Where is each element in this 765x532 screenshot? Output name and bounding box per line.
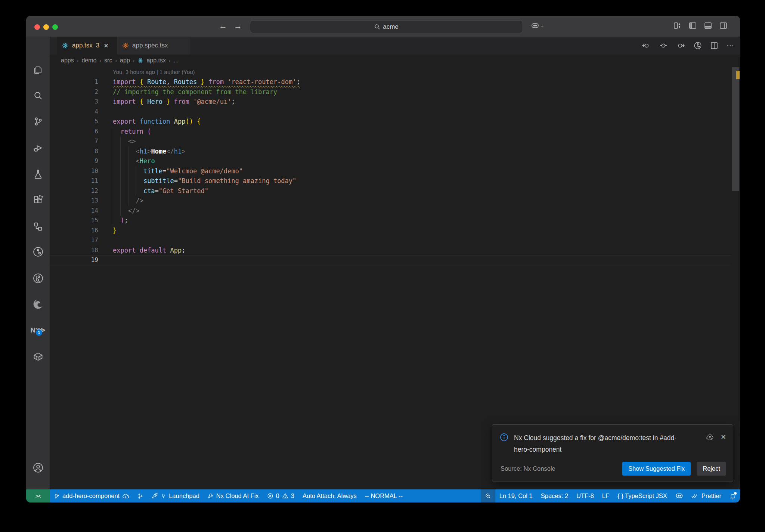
- prettier-item[interactable]: Prettier: [687, 489, 725, 502]
- code-line[interactable]: 2// importing the component from the lib…: [50, 87, 731, 97]
- search-icon[interactable]: [26, 88, 50, 103]
- forward-arrow-icon[interactable]: →: [234, 21, 242, 31]
- containers-icon[interactable]: [26, 349, 50, 364]
- run-debug-icon[interactable]: [26, 140, 50, 155]
- gitlens-forward-icon[interactable]: [676, 43, 685, 49]
- zoom-window-button[interactable]: [52, 24, 58, 30]
- code-line[interactable]: 9 <Hero: [50, 156, 731, 166]
- reject-button[interactable]: Reject: [697, 462, 726, 476]
- toggle-primary-sidebar-icon[interactable]: [689, 22, 696, 29]
- nx-console-icon[interactable]: N⋙ 1: [26, 322, 50, 337]
- eol-item[interactable]: LF: [598, 489, 613, 502]
- code-line[interactable]: 12 cta="Get Started": [50, 186, 731, 196]
- indent-guide: [128, 166, 128, 176]
- tab-app-spec-tsx[interactable]: app.spec.tsx: [117, 37, 190, 55]
- vim-mode-indicator[interactable]: -- NORMAL --: [361, 489, 407, 502]
- code-line[interactable]: 8 <h1>Home</h1>: [50, 146, 731, 157]
- language-mode-item[interactable]: { } TypeScript JSX: [613, 489, 671, 502]
- wrench-icon: [208, 493, 214, 499]
- copilot-status-item[interactable]: [671, 489, 687, 502]
- indent-guide: [120, 166, 121, 176]
- remote-indicator[interactable]: ><: [26, 489, 50, 502]
- scrollbar-thumb[interactable]: [732, 67, 739, 191]
- cursor-position-item[interactable]: Ln 19, Col 1: [495, 489, 537, 502]
- code-line[interactable]: 6 return (: [50, 127, 731, 137]
- indent-guide: [128, 186, 128, 196]
- copilot-menu[interactable]: ⌄: [531, 22, 544, 29]
- launchpad-item[interactable]: Launchpad: [148, 489, 204, 502]
- customize-layout-icon[interactable]: [674, 22, 681, 29]
- close-window-button[interactable]: [34, 24, 40, 30]
- tab-app-tsx[interactable]: app.tsx 3 ✕: [57, 37, 117, 55]
- split-editor-icon[interactable]: [711, 42, 718, 49]
- code-line[interactable]: 1import { Route, Routes } from 'react-ro…: [50, 77, 731, 87]
- command-center-search[interactable]: acme: [250, 20, 523, 33]
- code-line[interactable]: 19: [50, 255, 731, 265]
- code-line[interactable]: 7 <>: [50, 136, 731, 146]
- notification-dot: [734, 492, 737, 495]
- gitlens-graph-icon[interactable]: [694, 41, 702, 50]
- zoom-status-item[interactable]: [481, 489, 495, 502]
- code-line[interactable]: 15 );: [50, 216, 731, 226]
- code-line[interactable]: 10 title="Welcmoe @acme/demo": [50, 166, 731, 176]
- problems-item[interactable]: 0 3: [263, 489, 298, 502]
- react-icon: [62, 42, 69, 49]
- edge-icon[interactable]: [26, 297, 50, 312]
- code-line[interactable]: 4: [50, 107, 731, 117]
- indent-guide: [128, 146, 128, 157]
- encoding-item[interactable]: UTF-8: [572, 489, 598, 502]
- branch-status-item[interactable]: add-hero-component: [50, 489, 133, 502]
- gitlens-back-icon[interactable]: [642, 43, 650, 49]
- editor-toolbar: ⋯: [642, 37, 735, 55]
- code-line[interactable]: 5export function App() {: [50, 117, 731, 127]
- account-icon[interactable]: [26, 460, 50, 475]
- gitlens-current-icon[interactable]: [659, 43, 668, 49]
- minimize-window-button[interactable]: [43, 24, 49, 30]
- code-line[interactable]: 18export default App;: [50, 245, 731, 256]
- source-control-icon[interactable]: [26, 114, 50, 129]
- toggle-panel-icon[interactable]: [704, 22, 712, 29]
- code-line[interactable]: 13 />: [50, 196, 731, 206]
- line-number: 6: [50, 127, 98, 137]
- more-actions-icon[interactable]: ⋯: [727, 41, 735, 50]
- code-line[interactable]: 16}: [50, 226, 731, 236]
- indentation-item[interactable]: Spaces: 2: [537, 489, 572, 502]
- code-line[interactable]: 11 subtitle="Build something amazing tod…: [50, 176, 731, 186]
- git-blame-annotation[interactable]: You, 3 hours ago | 1 author (You): [113, 69, 195, 75]
- tab-strip: app.tsx 3 ✕ app.spec.tsx: [50, 37, 740, 55]
- extensions-icon[interactable]: [26, 193, 50, 208]
- auto-attach-item[interactable]: Auto Attach: Always: [298, 489, 361, 502]
- code-line[interactable]: 3import { Hero } from '@acme/ui';: [50, 97, 731, 107]
- close-icon[interactable]: ✕: [721, 433, 726, 441]
- vscode-window: ← → acme ⌄: [26, 16, 740, 502]
- testing-icon[interactable]: [26, 167, 50, 182]
- close-icon[interactable]: ✕: [103, 42, 108, 49]
- files-icon[interactable]: [26, 62, 50, 77]
- line-number: 14: [50, 206, 98, 216]
- gitlens-icon[interactable]: [26, 244, 50, 259]
- indent-guide: [113, 146, 113, 157]
- breadcrumb-item[interactable]: apps: [61, 57, 74, 64]
- gear-icon[interactable]: [706, 433, 714, 441]
- toggle-secondary-sidebar-icon[interactable]: [720, 22, 727, 29]
- back-arrow-icon[interactable]: ←: [219, 21, 227, 31]
- code-line[interactable]: 17: [50, 235, 731, 245]
- notification-toast: Nx Cloud suggested a fix for @acme/demo:…: [492, 424, 733, 482]
- chevron-right-icon: ›: [77, 58, 79, 64]
- breadcrumb-item[interactable]: app: [120, 57, 130, 64]
- line-number: 3: [50, 97, 98, 107]
- breadcrumb-item[interactable]: src: [104, 57, 112, 64]
- react-test-icon: [122, 42, 129, 49]
- show-suggested-fix-button[interactable]: Show Suggested Fix: [622, 462, 691, 476]
- code-line[interactable]: 14 </>: [50, 206, 731, 216]
- breadcrumb-item[interactable]: demo: [81, 57, 96, 64]
- breadcrumb-item[interactable]: app.tsx: [146, 57, 166, 64]
- git-graph-item[interactable]: [133, 489, 148, 502]
- gitlens-inspect-icon[interactable]: [26, 271, 50, 286]
- notifications-item[interactable]: [725, 489, 740, 502]
- nx-cloud-fix-item[interactable]: Nx Cloud AI Fix: [204, 489, 263, 502]
- references-icon[interactable]: [26, 219, 50, 234]
- indent-guide: [120, 176, 121, 186]
- indent-guide: [113, 136, 113, 146]
- breadcrumb-item[interactable]: ...: [174, 57, 179, 64]
